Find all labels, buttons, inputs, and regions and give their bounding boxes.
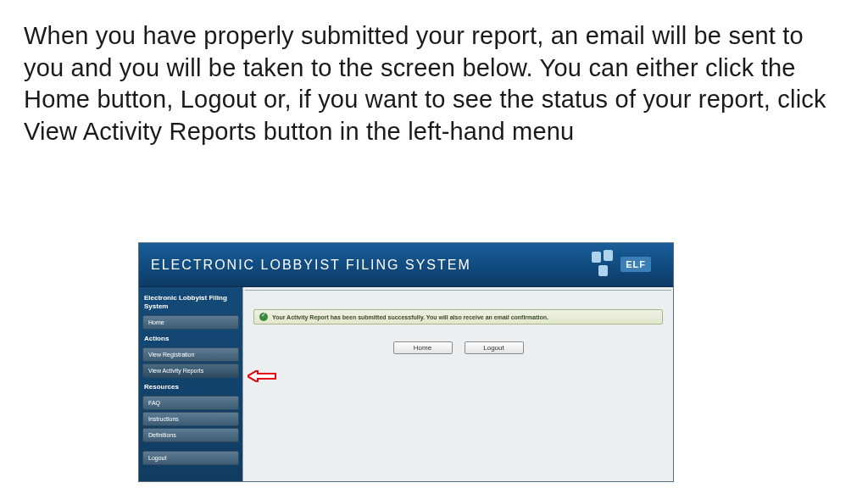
sidebar-item-home[interactable]: Home: [142, 315, 239, 330]
sidebar-item-definitions[interactable]: Definitions: [142, 428, 239, 442]
sidebar-item-view-activity-reports[interactable]: View Activity Reports: [142, 363, 239, 378]
elf-logo-text: ELF: [620, 257, 651, 272]
instruction-text: When you have properly submitted your re…: [0, 0, 868, 158]
check-circle-icon: [259, 313, 268, 321]
success-notification: Your Activity Report has been submitted …: [253, 309, 663, 324]
sidebar-item-faq[interactable]: FAQ: [142, 396, 239, 410]
sidebar-section-actions: Actions: [142, 331, 239, 346]
sidebar-section-resources: Resources: [142, 380, 239, 394]
sidebar-item-view-registration[interactable]: View Registration: [142, 347, 239, 362]
sidebar-item-instructions[interactable]: Instructions: [142, 412, 239, 426]
home-button[interactable]: Home: [393, 341, 453, 354]
application-screenshot: ELECTRONIC LOBBYIST FILING SYSTEM ELF El…: [138, 242, 674, 482]
sidebar-item-logout[interactable]: Logout: [142, 451, 239, 465]
elf-logo: ELF: [592, 250, 651, 279]
app-title: ELECTRONIC LOBBYIST FILING SYSTEM: [151, 258, 471, 273]
sidebar: Electronic Lobbyist Filing System Home A…: [139, 287, 242, 481]
svg-marker-5: [248, 370, 275, 382]
logout-button[interactable]: Logout: [465, 341, 524, 354]
callout-arrow-icon: [248, 370, 276, 382]
success-message: Your Activity Report has been submitted …: [272, 314, 548, 320]
elf-logo-icon: [592, 250, 619, 279]
sidebar-section-system: Electronic Lobbyist Filing System: [142, 291, 239, 313]
app-header: ELECTRONIC LOBBYIST FILING SYSTEM ELF: [139, 243, 673, 287]
main-panel: Your Activity Report has been submitted …: [242, 287, 673, 481]
